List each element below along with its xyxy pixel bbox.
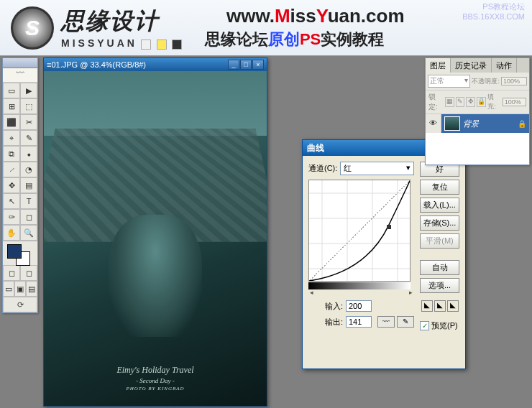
tool-marquee[interactable]: ▭ <box>3 83 20 98</box>
tool-pen[interactable]: ✑ <box>3 209 20 225</box>
layers-panel: 图层 历史记录 动作 正常▾ 不透明度: 100% 锁定: ▦ ✎ ✥ 🔒 填充… <box>425 57 530 165</box>
lock-all-icon[interactable]: 🔒 <box>477 97 486 107</box>
output-label: 输出: <box>308 317 343 328</box>
opacity-value[interactable]: 100% <box>501 77 527 85</box>
lock-label: 锁定: <box>428 92 444 112</box>
tool-shape[interactable]: ◻ <box>20 209 37 225</box>
document-window: ≡ 01.JPG @ 33.4%(RGB/8#) _ □ × Eimy's Ho… <box>43 57 267 407</box>
tool-lasso[interactable]: ⊞ <box>3 98 20 114</box>
eyedropper-black-icon[interactable]: ◣ <box>421 300 433 312</box>
tool-slice[interactable]: ✂ <box>20 114 37 130</box>
logo-text: 思缘设计 MISSYUAN <box>61 6 183 50</box>
layer-thumbnail[interactable] <box>444 116 460 131</box>
tool-zoom[interactable]: 🔍 <box>20 225 37 241</box>
screen-standard[interactable]: ▭ <box>3 281 14 297</box>
logo-icon: S <box>11 6 54 50</box>
fill-label: 填充: <box>487 93 501 111</box>
jump-to-imageready[interactable]: ⟳ <box>3 297 37 312</box>
screen-full-menu[interactable]: ▣ <box>14 281 26 297</box>
chevron-down-icon: ▾ <box>406 163 411 174</box>
layer-name: 背景 <box>463 119 479 129</box>
curve-point[interactable] <box>387 225 391 229</box>
blend-mode-select[interactable]: 正常▾ <box>428 75 470 88</box>
channel-label: 通道(C): <box>308 163 337 174</box>
tool-gradient[interactable]: ◔ <box>20 162 37 177</box>
tool-hand[interactable]: ✋ <box>3 225 20 241</box>
fill-value[interactable]: 100% <box>503 98 526 106</box>
tab-actions[interactable]: 动作 <box>492 58 517 73</box>
header-square-1 <box>141 40 151 50</box>
tool-eraser[interactable]: ⟋ <box>3 162 20 177</box>
quick-mask-modes: ◻ ◻ <box>3 265 37 281</box>
header-square-3 <box>172 40 182 50</box>
tool-blur[interactable]: ✥ <box>3 177 20 193</box>
foreground-color-swatch[interactable] <box>7 244 22 259</box>
tool-heal[interactable]: ⌖ <box>3 130 20 146</box>
tool-move[interactable]: ▶ <box>20 83 37 98</box>
preview-checkbox[interactable]: ✓ <box>420 321 429 330</box>
smooth-button: 平滑(M) <box>420 233 459 249</box>
toolbox-logo: 〰 <box>3 68 37 83</box>
tab-history[interactable]: 历史记录 <box>451 58 492 73</box>
channel-select[interactable]: 红 ▾ <box>340 162 414 175</box>
opacity-label: 不透明度: <box>472 77 500 86</box>
tool-crop[interactable]: ⬛ <box>3 114 20 130</box>
header-right: www.MissYuan.com 思缘论坛原创PS实例教程 <box>205 5 405 50</box>
chevron-down-icon: ▾ <box>464 76 468 86</box>
toolbox-titlebar[interactable] <box>3 58 37 68</box>
maximize-button[interactable]: □ <box>240 60 252 70</box>
lock-position-icon[interactable]: ✥ <box>466 97 475 107</box>
input-label: 输入: <box>308 301 343 312</box>
reset-button[interactable]: 复位 <box>420 180 459 195</box>
workspace: 〰 ▭ ▶ ⊞ ⬚ ⬛ ✂ ⌖ ✎ ⧉ ⬥ ⟋ ◔ ✥ ▤ ↖ T ✑ ◻ ✋ … <box>0 56 532 408</box>
save-button[interactable]: 存储(S)... <box>420 215 459 231</box>
screen-modes: ▭ ▣ ▤ <box>3 281 37 297</box>
curves-title: 曲线 <box>307 142 324 154</box>
auto-button[interactable]: 自动 <box>420 260 459 275</box>
curve-mode-icon[interactable]: 〰 <box>377 316 395 328</box>
color-swatches <box>3 241 37 265</box>
lock-transparent-icon[interactable]: ▦ <box>445 97 454 107</box>
preview-label: 预览(P) <box>431 320 458 331</box>
eyedropper-white-icon[interactable]: ◣ <box>447 300 459 312</box>
close-button[interactable]: × <box>252 60 264 70</box>
minimize-button[interactable]: _ <box>228 60 239 70</box>
tool-path[interactable]: ↖ <box>3 193 20 209</box>
tool-stamp[interactable]: ⧉ <box>3 146 20 162</box>
document-titlebar[interactable]: ≡ 01.JPG @ 33.4%(RGB/8#) _ □ × <box>44 58 267 71</box>
curves-dialog: 曲线 × 通道(C): 红 ▾ <box>302 139 466 369</box>
layer-locked-icon: 🔒 <box>518 120 526 128</box>
panel-tabs: 图层 历史记录 动作 <box>426 58 529 73</box>
toolbox-tools: ▭ ▶ ⊞ ⬚ ⬛ ✂ ⌖ ✎ ⧉ ⬥ ⟋ ◔ ✥ ▤ ↖ T ✑ ◻ ✋ 🔍 <box>3 83 37 241</box>
logo-en: MISSYUAN <box>61 37 137 49</box>
logo-cn: 思缘设计 <box>61 6 183 37</box>
screen-full[interactable]: ▤ <box>26 281 37 297</box>
tool-dodge[interactable]: ▤ <box>20 177 37 193</box>
pencil-mode-icon[interactable]: ✎ <box>397 316 414 328</box>
output-field[interactable] <box>346 316 372 328</box>
eyedropper-gray-icon[interactable]: ◣ <box>434 300 446 312</box>
layer-item-background[interactable]: 👁 背景 🔒 <box>426 114 529 133</box>
options-button[interactable]: 选项... <box>420 278 459 293</box>
input-field[interactable] <box>346 300 372 312</box>
tool-wand[interactable]: ⬚ <box>20 98 37 114</box>
quick-mask-mode[interactable]: ◻ <box>20 265 37 281</box>
gradient-bar[interactable] <box>308 282 411 289</box>
tool-type[interactable]: T <box>20 193 37 209</box>
header-banner: S 思缘设计 MISSYUAN www.MissYuan.com 思缘论坛原创P… <box>0 0 532 56</box>
header-square-2 <box>157 40 167 50</box>
document-canvas[interactable]: Eimy's Holiday Travel - Second Day - PHO… <box>44 71 267 406</box>
tool-brush[interactable]: ✎ <box>20 130 37 146</box>
curve-graph[interactable] <box>308 180 411 282</box>
tab-layers[interactable]: 图层 <box>426 58 451 73</box>
tool-history-brush[interactable]: ⬥ <box>20 146 37 162</box>
watermark: PS教程论坛 BBS.16XX8.COM <box>462 1 525 21</box>
lock-pixels-icon[interactable]: ✎ <box>456 97 465 107</box>
toolbox-palette: 〰 ▭ ▶ ⊞ ⬚ ⬛ ✂ ⌖ ✎ ⧉ ⬥ ⟋ ◔ ✥ ▤ ↖ T ✑ ◻ ✋ … <box>2 57 38 313</box>
url: www.MissYuan.com <box>226 5 405 27</box>
layer-visibility-icon[interactable]: 👁 <box>426 114 441 133</box>
document-title: 01.JPG @ 33.4%(RGB/8#) <box>51 60 228 69</box>
load-button[interactable]: 载入(L)... <box>420 198 459 213</box>
standard-mode[interactable]: ◻ <box>3 265 20 281</box>
layer-list: 👁 背景 🔒 <box>426 114 529 164</box>
